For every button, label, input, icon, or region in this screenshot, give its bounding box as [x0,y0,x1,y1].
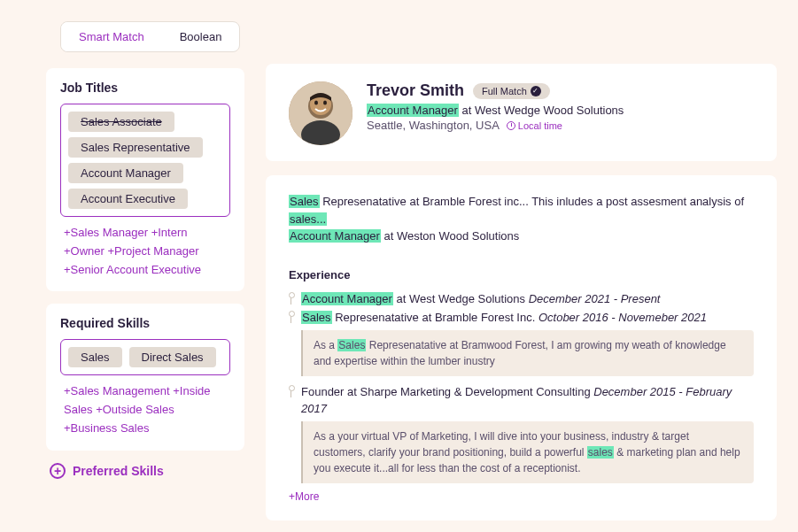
plus-circle-icon: + [50,463,66,479]
local-time[interactable]: Local time [507,120,562,131]
profile-location: Seattle, Washington, USA [367,119,500,132]
experience-item: Account Manager at West Wedge Solutions … [289,290,754,308]
job-title-suggestions[interactable]: +Sales Manager +Intern +Owner +Project M… [60,224,230,279]
job-titles-chipbox[interactable]: Sales Associate Sales Representative Acc… [60,104,230,217]
avatar [289,81,353,145]
chip-job-title[interactable]: Sales Representative [68,137,203,158]
preferred-skills-button[interactable]: + Preferred Skills [50,463,244,479]
job-titles-panel: Job Titles Sales Associate Sales Represe… [46,68,244,291]
tab-boolean[interactable]: Boolean [162,22,240,51]
chip-job-title[interactable]: Account Executive [68,189,188,209]
experience-description: As a your virtual VP of Marketing, I wil… [301,421,754,483]
required-skills-panel: Required Skills Sales Direct Sales +Sale… [46,304,244,450]
detail-card: Sales Represenatative at Bramble Forest … [266,175,777,520]
required-skills-heading: Required Skills [60,316,230,330]
preferred-skills-label: Preferred Skills [73,464,164,478]
tab-smart-match[interactable]: Smart Match [61,22,162,51]
experience-heading: Experience [289,268,754,281]
profile-summary: Sales Represenatative at Bramble Forest … [289,193,754,245]
experience-item: Founder at Sharpe Marketing & Developmen… [289,383,754,418]
svg-point-5 [323,101,327,105]
profile-card: Trevor Smith Full Match ✓ Account Manage… [266,64,777,161]
chip-job-title[interactable]: Sales Associate [68,112,174,132]
search-mode-tabs: Smart Match Boolean [60,21,240,52]
match-badge: Full Match ✓ [473,83,550,99]
skill-suggestions[interactable]: +Sales Management +Inside Sales +Outside… [60,382,230,437]
job-titles-heading: Job Titles [60,81,230,95]
skills-chipbox[interactable]: Sales Direct Sales [60,339,230,375]
more-button[interactable]: +More [289,490,754,503]
chip-job-title[interactable]: Account Manager [68,163,183,183]
clock-icon [507,121,515,130]
chip-skill[interactable]: Sales [68,347,122,367]
experience-description: As a Sales Represenatative at Bramwood F… [301,330,754,376]
profile-name: Trevor Smith [367,81,464,100]
chip-skill[interactable]: Direct Sales [129,347,216,367]
experience-item: Sales Represenatative at Bramble Forest … [289,309,754,327]
profile-role: Account Manager at West Wedge Wood Solut… [367,104,624,117]
check-icon: ✓ [531,86,541,96]
svg-point-4 [314,101,318,105]
